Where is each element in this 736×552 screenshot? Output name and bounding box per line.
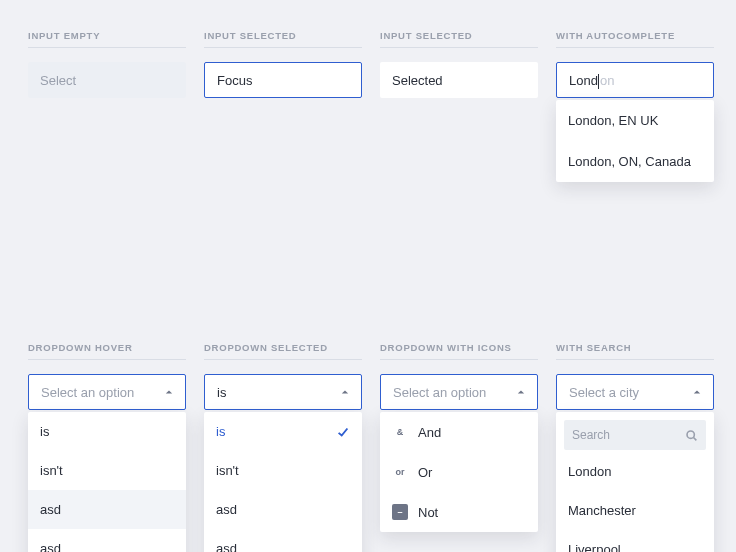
chevron-up-icon [341, 388, 349, 396]
and-icon: & [392, 424, 408, 440]
text-input[interactable]: Focus [204, 62, 362, 98]
dropdown-option[interactable]: asd [28, 529, 186, 552]
placeholder-text: Select [40, 73, 76, 88]
caption: DROPDOWN SELECTED [204, 342, 362, 360]
autocomplete-option[interactable]: London, ON, Canada [556, 141, 714, 182]
dropdown-option[interactable]: is [204, 412, 362, 451]
caption: WITH SEARCH [556, 342, 714, 360]
autocomplete-option[interactable]: London, EN UK [556, 100, 714, 141]
dropdown-option[interactable]: asd [204, 529, 362, 552]
dropdown-menu: & And or Or – Not [380, 412, 538, 532]
input-autocomplete: WITH AUTOCOMPLETE London London, EN UK L… [556, 30, 714, 182]
search-placeholder: Search [572, 428, 685, 442]
dropdown-with-search: WITH SEARCH Select a city Search London … [556, 342, 714, 552]
caption: WITH AUTOCOMPLETE [556, 30, 714, 48]
text-input[interactable]: Selected [380, 62, 538, 98]
dropdown-option[interactable]: & And [380, 412, 538, 452]
chevron-up-icon [165, 388, 173, 396]
dropdown-selected: DROPDOWN SELECTED is is isn't asd asd [204, 342, 362, 552]
dropdown-menu: is isn't asd asd [204, 412, 362, 552]
dropdown-menu: is isn't asd asd [28, 412, 186, 552]
dropdown-option[interactable]: is [28, 412, 186, 451]
svg-line-1 [694, 437, 697, 440]
input-focus: INPUT SELECTED Focus [204, 30, 362, 98]
caption: INPUT SELECTED [204, 30, 362, 48]
dropdown-trigger[interactable]: is [204, 374, 362, 410]
search-icon [685, 429, 698, 442]
caption: DROPDOWN HOVER [28, 342, 186, 360]
dropdown-option[interactable]: London [556, 452, 714, 491]
text-caret [598, 74, 599, 89]
dropdown-trigger[interactable]: Select an option [380, 374, 538, 410]
or-icon: or [392, 464, 408, 480]
dropdown-option[interactable]: or Or [380, 452, 538, 492]
input-empty: INPUT EMPTY Select [28, 30, 186, 98]
svg-point-0 [687, 431, 694, 438]
dropdown-option[interactable]: isn't [204, 451, 362, 490]
dropdown-option[interactable]: isn't [28, 451, 186, 490]
selected-value: is [217, 385, 226, 400]
input-value: Focus [217, 73, 252, 88]
dropdown-menu: Search London Manchester Liverpool Leeds [556, 412, 714, 552]
dropdown-option[interactable]: asd [204, 490, 362, 529]
search-input[interactable]: Search [564, 420, 706, 450]
autocomplete-dropdown: London, EN UK London, ON, Canada [556, 100, 714, 182]
autocomplete-input[interactable]: London [556, 62, 714, 98]
placeholder-text: Select an option [41, 385, 134, 400]
check-icon [336, 425, 350, 439]
input-value: Selected [392, 73, 443, 88]
dropdown-trigger[interactable]: Select an option [28, 374, 186, 410]
select-input[interactable]: Select [28, 62, 186, 98]
placeholder-text: Select a city [569, 385, 639, 400]
dropdown-option[interactable]: asd [28, 490, 186, 529]
input-selected: INPUT SELECTED Selected [380, 30, 538, 98]
dropdown-hover: DROPDOWN HOVER Select an option is isn't… [28, 342, 186, 552]
typed-text: Lond [569, 73, 598, 88]
caption: INPUT EMPTY [28, 30, 186, 48]
dropdown-option[interactable]: Liverpool [556, 530, 714, 552]
dropdown-option[interactable]: Manchester [556, 491, 714, 530]
dropdown-trigger[interactable]: Select a city [556, 374, 714, 410]
chevron-up-icon [693, 388, 701, 396]
ghost-suffix: on [600, 73, 614, 88]
placeholder-text: Select an option [393, 385, 486, 400]
caption: INPUT SELECTED [380, 30, 538, 48]
caption: DROPDOWN WITH ICONS [380, 342, 538, 360]
chevron-up-icon [517, 388, 525, 396]
not-icon: – [392, 504, 408, 520]
dropdown-with-icons: DROPDOWN WITH ICONS Select an option & A… [380, 342, 538, 532]
dropdown-option[interactable]: – Not [380, 492, 538, 532]
